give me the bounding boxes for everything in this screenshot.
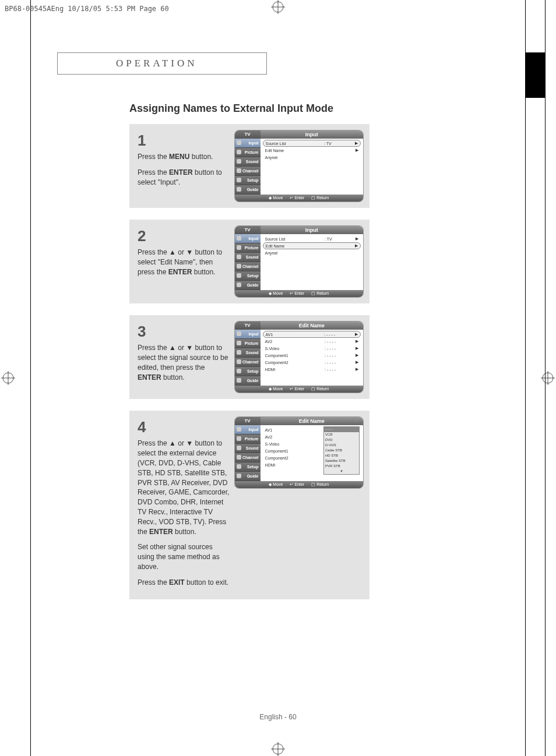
guide-icon — [237, 378, 241, 383]
osd-row-label: Component2 — [265, 361, 325, 365]
osd-footer: ◆Move ↵Enter ▢Return — [235, 195, 364, 202]
step-2-text: 2 Press the ▲ or ▼ button to select "Edi… — [138, 225, 230, 298]
osd-footer-return-label: Return — [316, 481, 329, 488]
osd-footer-return: ▢Return — [311, 481, 329, 488]
osd-footer-enter: ↵Enter — [290, 386, 304, 393]
osd-row-label: HDMI — [265, 463, 330, 467]
osd-footer-move: ◆Move — [269, 195, 283, 202]
step-2: 2 Press the ▲ or ▼ button to select "Edi… — [129, 220, 370, 303]
osd-row-av1: AV1: - - - -▶ — [263, 331, 361, 338]
dd-item: HD STB — [324, 453, 359, 458]
osd-side-input-label: Input — [248, 428, 258, 432]
osd-footer-return: ▢Return — [311, 195, 329, 202]
crop-mark-left — [1, 371, 15, 385]
step1-b2: ENTER — [169, 168, 193, 176]
return-icon: ▢ — [311, 195, 315, 202]
picture-icon — [237, 150, 241, 154]
osd-footer-move: ◆Move — [269, 481, 283, 488]
channel-icon — [237, 455, 241, 460]
picture-icon — [237, 436, 241, 441]
osd-side-setup: Setup — [235, 271, 261, 281]
step4-l3: Press the — [138, 578, 169, 587]
osd-side-sound: Sound — [235, 253, 261, 262]
arrow-right-icon: ▶ — [353, 141, 358, 146]
input-icon — [237, 427, 241, 432]
osd-side-input-label: Input — [248, 141, 258, 145]
setup-icon — [237, 178, 241, 182]
osd-row-val: : - - - - — [325, 368, 354, 372]
osd-footer-move-label: Move — [273, 290, 283, 297]
osd-row-label: S-Video — [265, 347, 325, 351]
osd-row-label: AV2 — [265, 340, 325, 344]
osd-side-channel: Channel — [235, 167, 261, 176]
osd-row-av2: AV2: - - - -▶ — [263, 338, 361, 345]
guide-icon — [237, 187, 241, 192]
osd-footer: ◆Move ↵Enter ▢Return — [235, 290, 364, 297]
updown-icon: ◆ — [269, 290, 272, 297]
step3-b1: ENTER — [138, 373, 161, 381]
osd-footer-enter-label: Enter — [294, 481, 304, 488]
osd-row-label: Anynet — [265, 251, 359, 255]
chapter-tab: OPERATION — [57, 52, 267, 75]
osd-tv-label: TV — [235, 226, 261, 234]
step4-l2: Set other signal sources using the same … — [138, 542, 230, 571]
osd-side-picture-label: Picture — [245, 246, 259, 250]
osd-side-channel-label: Channel — [242, 360, 259, 364]
osd-screenshot-2: TVInput Input Picture Sound Channel Setu… — [234, 225, 364, 298]
osd-footer: ◆Move ↵Enter ▢Return — [235, 481, 364, 488]
osd-side-setup-label: Setup — [247, 465, 258, 469]
step1-l1b: button. — [189, 153, 213, 161]
osd-tv-label: TV — [235, 322, 261, 330]
osd-row-label: Component1 — [265, 354, 325, 358]
osd-row-val: : - - - - — [325, 354, 354, 358]
enter-icon: ↵ — [290, 481, 293, 488]
osd-row-label: Edit Name — [265, 149, 325, 153]
osd-row-source: Source List: TV▶ — [263, 140, 361, 147]
osd-row-label: Source List — [265, 237, 325, 241]
osd-row-editname: Edit Name▶ — [263, 242, 361, 249]
osd-row-val: : - - - - — [325, 347, 354, 351]
setup-icon — [237, 369, 241, 373]
osd-footer-return-label: Return — [316, 290, 329, 297]
page-footer: English - 60 — [259, 713, 296, 721]
dd-item: Satellite STB — [324, 458, 359, 464]
osd-side-setup-label: Setup — [247, 178, 258, 182]
osd-side-guide-label: Guide — [247, 474, 259, 478]
osd-row-val: : - - - - — [325, 361, 354, 365]
crop-mark-top — [271, 0, 285, 14]
osd-sidebar: Input Picture Sound Channel Setup Guide — [235, 425, 261, 481]
page-lang: English - — [259, 713, 288, 721]
osd-side-input: Input — [235, 425, 261, 434]
updown-icon: ◆ — [269, 195, 272, 202]
step4-l3b: button to exit. — [185, 578, 228, 587]
osd-footer-move: ◆Move — [269, 386, 283, 393]
osd-side-guide: Guide — [235, 281, 261, 290]
osd-row-val: : TV — [325, 237, 354, 241]
osd-side-channel: Channel — [235, 262, 261, 271]
osd-sidebar: Input Picture Sound Channel Setup Guide — [235, 330, 261, 386]
input-icon — [237, 236, 241, 241]
osd-footer-return-label: Return — [316, 195, 329, 202]
step2-l1b: button. — [192, 268, 215, 276]
picture-icon — [237, 245, 241, 250]
osd-footer-move-label: Move — [273, 386, 283, 393]
osd-sidebar: Input Picture Sound Channel Setup Guide — [235, 234, 261, 290]
osd-side-sound: Sound — [235, 348, 261, 358]
osd-footer-enter-label: Enter — [294, 290, 304, 297]
osd-side-sound: Sound — [235, 157, 261, 167]
osd-side-picture: Picture — [235, 434, 261, 444]
osd-side-sound-label: Sound — [246, 160, 259, 164]
osd-tv-label: TV — [235, 130, 261, 139]
step-1-number: 1 — [138, 130, 230, 151]
step-4-text: 4 Press the ▲ or ▼ button to select the … — [138, 416, 230, 594]
dd-item: PVR STB — [324, 464, 359, 469]
osd-row-anynet: Anynet — [263, 154, 361, 161]
return-icon: ▢ — [311, 481, 315, 488]
osd-side-picture-label: Picture — [245, 150, 259, 154]
enter-icon: ↵ — [290, 386, 293, 393]
osd-footer-move-label: Move — [273, 195, 283, 202]
step2-b1: ENTER — [168, 268, 192, 276]
step-4-number: 4 — [138, 416, 230, 437]
sound-icon — [237, 255, 241, 259]
crop-mark-bottom — [271, 742, 285, 756]
